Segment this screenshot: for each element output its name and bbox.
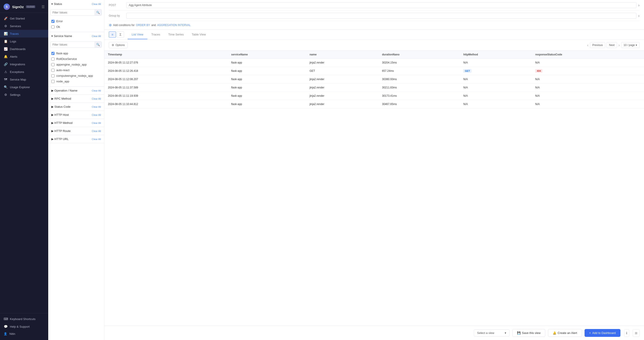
table-row[interactable]: 2024-08-05 11:10:44.812 flask-app jinja2… [104, 100, 644, 108]
next-button[interactable]: Next [606, 42, 617, 48]
sidebar-item-label: Exceptions [10, 70, 24, 74]
status-search-icon[interactable]: 🔍 [94, 10, 102, 16]
service-name-clear-btn[interactable]: Clear All [92, 35, 101, 38]
info-button[interactable]: ℹ [624, 329, 629, 337]
flask-app-checkbox[interactable] [51, 52, 54, 55]
group-by-input[interactable] [126, 13, 636, 19]
group-by-expand-icon[interactable]: › [638, 14, 640, 18]
filter-option-appengine[interactable]: appengine_nodejs_app [51, 62, 101, 67]
sidebar-item-service-map[interactable]: 🗺 Service Map [0, 76, 48, 83]
sidebar-item-label: Traces [10, 32, 18, 36]
col-durationnano[interactable]: durationNano [378, 51, 460, 59]
sidebar-item-services[interactable]: ⚙ Services [0, 22, 48, 30]
filter-option-ok[interactable]: Ok [51, 24, 101, 30]
http-url-clear-btn[interactable]: Clear All [92, 138, 101, 141]
sigma-viz-btn[interactable]: Σ [117, 32, 124, 38]
status-code-clear-btn[interactable]: Clear All [92, 106, 101, 108]
save-view-button[interactable]: 💾 Save this view [512, 329, 545, 337]
filter-option-error[interactable]: Error [51, 19, 101, 24]
cell-httpmethod: N/A [460, 92, 532, 100]
http-url-filter[interactable]: ▶ HTTP URL Clear All [48, 135, 104, 143]
create-alert-button[interactable]: 🔔 Create an Alert [548, 329, 582, 337]
table-row[interactable]: 2024-08-05 11:11:19.939 flask-app jinja2… [104, 92, 644, 100]
tab-table-view[interactable]: Table View [188, 30, 210, 39]
rpc-method-clear-btn[interactable]: Clear All [92, 97, 101, 100]
aggregation-interval-link[interactable]: AGGREGATION INTERVAL [157, 24, 191, 27]
sidebar-item-exceptions[interactable]: ⚠ Exceptions [0, 68, 48, 76]
http-route-clear-btn[interactable]: Clear All [92, 130, 101, 132]
page-size-button[interactable]: 10 / page ▾ [621, 42, 640, 48]
status-ok-checkbox[interactable] [51, 25, 54, 29]
prev-button[interactable]: Previous [590, 42, 606, 48]
chevron-left-icon[interactable]: ‹ [587, 43, 588, 48]
tab-traces[interactable]: Traces [147, 30, 164, 39]
table-row[interactable]: 2024-08-05 11:12:27.076 flask-app jinja2… [104, 59, 644, 67]
share-button[interactable]: ⊞ [633, 329, 640, 337]
rpc-method-filter[interactable]: ▶ RPC Method Clear All [48, 95, 104, 103]
tabs-row: ≡ Σ List View Traces Time Series Table V… [104, 30, 644, 40]
query-input-field[interactable] [126, 2, 636, 8]
col-timestamp[interactable]: Timestamp [104, 51, 228, 59]
col-httpmethod[interactable]: httpMethod [460, 51, 532, 59]
add-conditions-btn[interactable]: ⊕ [109, 23, 112, 27]
http-host-clear-btn[interactable]: Clear All [92, 114, 101, 116]
options-button[interactable]: ⚙ Options [109, 42, 128, 48]
sidebar-item-traces[interactable]: 📊 Traces [0, 30, 48, 38]
list-view-viz-btn[interactable]: ≡ [109, 32, 116, 38]
col-responsestatuscode[interactable]: responseStatusCode [532, 51, 644, 59]
tab-list-view[interactable]: List View [128, 30, 147, 39]
sidebar-item-dashboards[interactable]: 📈 Dashboards [0, 45, 48, 53]
query-expand-icon[interactable]: › [638, 3, 640, 8]
filter-option-rolldice[interactable]: RollDiceService [51, 56, 101, 62]
order-by-link[interactable]: ORDER BY [136, 24, 150, 27]
operation-name-clear-btn[interactable]: Clear All [92, 89, 101, 92]
tab-time-series[interactable]: Time Series [164, 30, 188, 39]
service-name-search-input[interactable] [51, 42, 94, 48]
http-host-filter[interactable]: ▶ HTTP Host Clear All [48, 111, 104, 119]
table-toolbar: ⚙ Options ‹ Previous Next › 10 / page ▾ [104, 40, 644, 51]
sidebar-item-integrations[interactable]: 🔗 Integrations [0, 60, 48, 68]
service-name-filter-header[interactable]: ▾ Service Name Clear All [48, 32, 104, 40]
service-name-filter-section: ▾ Service Name Clear All 🔍 flask-app Rol… [48, 32, 104, 87]
status-clear-btn[interactable]: Clear All [92, 3, 101, 6]
user-icon: 👤 [4, 332, 7, 335]
node-app-checkbox[interactable] [51, 80, 54, 83]
table-row[interactable]: 2024-08-05 11:12:08.207 flask-app jinja2… [104, 75, 644, 84]
col-servicename[interactable]: serviceName [228, 51, 306, 59]
chevron-right-icon[interactable]: › [618, 43, 620, 48]
sidebar-item-alerts[interactable]: 🔔 Alerts [0, 53, 48, 60]
http-route-filter[interactable]: ▶ HTTP Route Clear All [48, 127, 104, 135]
select-view-dropdown[interactable]: Select a view ▾ [474, 329, 510, 336]
auto-react-checkbox[interactable] [51, 69, 54, 72]
sidebar-item-usage-explorer[interactable]: 🔍 Usage Explorer [0, 83, 48, 91]
sidebar-item-label: Integrations [10, 63, 25, 66]
http-method-clear-btn[interactable]: Clear All [92, 122, 101, 124]
sidebar-item-get-started[interactable]: 🚀 Get Started [0, 15, 48, 22]
rpc-method-label: ▶ RPC Method [51, 97, 71, 100]
col-name[interactable]: name [306, 51, 378, 59]
table-navigation: ‹ Previous Next › 10 / page ▾ [587, 42, 640, 48]
table-row[interactable]: 2024-08-05 11:11:37.589 flask-app jinja2… [104, 84, 644, 92]
computeengine-checkbox[interactable] [51, 74, 54, 77]
sidebar-collapse-btn[interactable]: ☰ [42, 5, 45, 9]
sidebar-item-settings[interactable]: ⚙ Settings [0, 91, 48, 99]
status-search-input[interactable] [51, 10, 94, 16]
table-row[interactable]: 2024-08-05 11:12:26.418 flask-app GET 65… [104, 67, 644, 75]
service-name-search-icon[interactable]: 🔍 [94, 42, 102, 48]
filter-option-flask-app[interactable]: flask-app [51, 51, 101, 56]
add-dashboard-button[interactable]: + Add to Dashboard [584, 329, 620, 337]
filter-option-computeengine[interactable]: computeengine_nodejs_app [51, 73, 101, 79]
sidebar-item-keyboard-shortcuts[interactable]: ⌨ Keyboard Shortcuts [0, 315, 48, 323]
status-filter-header[interactable]: ▾ Status Clear All [48, 0, 104, 8]
operation-name-filter[interactable]: ▶ Operation / Name Clear All [48, 87, 104, 95]
appengine-checkbox[interactable] [51, 63, 54, 66]
filter-option-node-app[interactable]: node_app [51, 79, 101, 84]
bottom-bar: Select a view ▾ 💾 Save this view 🔔 Creat… [104, 326, 644, 340]
sidebar-item-logs[interactable]: 📋 Logs [0, 38, 48, 45]
rolldice-checkbox[interactable] [51, 58, 54, 61]
sidebar-item-help-support[interactable]: 💬 Help & Support [0, 323, 48, 330]
http-method-filter[interactable]: ▶ HTTP Method Clear All [48, 119, 104, 127]
status-code-filter[interactable]: ▶ Status Code Clear All [48, 103, 104, 111]
status-error-checkbox[interactable] [51, 20, 54, 23]
filter-option-auto-react[interactable]: auto-react [51, 67, 101, 73]
